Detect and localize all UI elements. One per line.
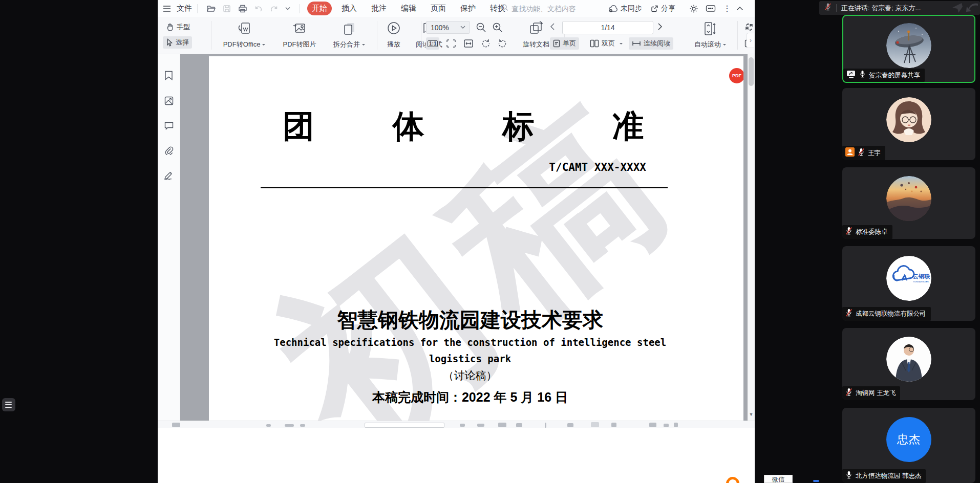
tab-home[interactable]: 开始 bbox=[307, 2, 332, 15]
mic-muted-icon bbox=[845, 309, 853, 319]
participant-name-bar: 贺宗春的屏幕共享 bbox=[843, 69, 925, 82]
save-icon[interactable] bbox=[223, 5, 231, 13]
pdf-to-image-button[interactable]: PDF转图片 bbox=[278, 19, 322, 52]
redo-icon[interactable] bbox=[270, 5, 278, 12]
avatar bbox=[886, 23, 931, 68]
pdf-to-office-button[interactable]: PDF转Office bbox=[215, 19, 273, 52]
divider bbox=[197, 4, 198, 13]
mic-muted-icon bbox=[858, 148, 865, 159]
hamburger-icon[interactable] bbox=[163, 5, 171, 12]
document-title: 智慧钢铁物流园建设技术要求 bbox=[209, 306, 731, 334]
select-tool-button[interactable]: 选择 bbox=[163, 36, 192, 49]
fit-page-button[interactable] bbox=[444, 37, 458, 50]
scrollbar-thumb[interactable] bbox=[749, 57, 754, 86]
prev-page-button[interactable] bbox=[550, 23, 555, 32]
next-page-button[interactable] bbox=[657, 23, 663, 32]
rotate-left-icon[interactable] bbox=[479, 37, 493, 50]
participant-tile[interactable]: 贺宗春的屏幕共享 bbox=[842, 15, 975, 83]
file-menu[interactable]: 文件 bbox=[177, 4, 192, 13]
search-icon bbox=[501, 4, 508, 13]
word-translate-button[interactable]: 划词 bbox=[741, 21, 755, 33]
participant-name: 王宇 bbox=[868, 149, 881, 158]
zoom-out-button[interactable] bbox=[474, 21, 488, 34]
sync-status[interactable]: 未同步 bbox=[608, 0, 642, 17]
scrollbar-down-arrow[interactable]: ▼ bbox=[749, 411, 754, 418]
participant-tile[interactable]: 淘钢网 王龙飞 bbox=[842, 328, 975, 400]
avatar bbox=[886, 97, 931, 142]
taskbar-list-icon[interactable] bbox=[2, 398, 15, 411]
share-label: 分享 bbox=[661, 4, 675, 13]
feedback-comment-icon[interactable] bbox=[706, 0, 716, 17]
participant-tile[interactable]: 标准委陈卓 bbox=[842, 167, 975, 239]
actual-size-button[interactable]: 1:1 bbox=[426, 37, 439, 50]
signature-icon[interactable] bbox=[164, 171, 174, 182]
participant-name: 标准委陈卓 bbox=[856, 228, 888, 236]
auto-scroll-icon bbox=[702, 20, 718, 37]
wechat-tooltip: 微信 bbox=[764, 475, 793, 483]
single-page-button[interactable]: 单页 bbox=[550, 37, 579, 50]
images-icon[interactable] bbox=[164, 96, 174, 107]
more-commands-chevron-icon[interactable] bbox=[285, 7, 290, 11]
divider bbox=[836, 4, 837, 12]
tab-protect[interactable]: 保护 bbox=[456, 2, 480, 15]
participant-name-bar: 王宇 bbox=[842, 146, 885, 160]
participant-name: 北方恒达物流园 韩忠杰 bbox=[856, 472, 921, 480]
play-button[interactable]: 播放 bbox=[382, 19, 406, 52]
rotate-right-icon[interactable] bbox=[496, 37, 509, 50]
share-button[interactable]: 分享 bbox=[650, 0, 675, 17]
translate-swap-icon bbox=[744, 23, 754, 31]
pdf-to-office-icon bbox=[236, 20, 252, 37]
open-folder-icon[interactable] bbox=[206, 5, 216, 13]
app-bottom-bar bbox=[158, 421, 755, 428]
svg-text:YUNGANGLIAN: YUNGANGLIAN bbox=[913, 280, 928, 283]
more-menu-icon[interactable]: ⋮ bbox=[723, 0, 731, 17]
bookmarks-icon[interactable] bbox=[164, 71, 173, 82]
participant-tile[interactable]: 忠杰 北方恒达物流园 韩忠杰 bbox=[842, 408, 975, 483]
participant-name-bar: 标准委陈卓 bbox=[842, 225, 892, 239]
participant-name: 成都云钢联物流有限公司 bbox=[856, 310, 926, 318]
participant-tile[interactable]: 王宇 bbox=[842, 88, 975, 160]
banner-arrows[interactable] bbox=[948, 2, 979, 14]
collapse-toolbar-icon[interactable] bbox=[736, 0, 743, 17]
participant-name: 贺宗春的屏幕共享 bbox=[869, 71, 920, 80]
tab-edit[interactable]: 编辑 bbox=[396, 2, 421, 15]
tab-insert[interactable]: 插入 bbox=[337, 2, 361, 15]
cursor-icon bbox=[167, 39, 172, 46]
avatar-initials: 忠杰 bbox=[897, 432, 921, 447]
double-page-button[interactable]: 双页 bbox=[587, 37, 626, 50]
participant-name-bar: 成都云钢联物流有限公司 bbox=[842, 307, 931, 321]
tab-page[interactable]: 页面 bbox=[426, 2, 451, 15]
split-merge-button[interactable]: 拆分合并 bbox=[326, 19, 373, 52]
zoom-level-select[interactable]: 100% bbox=[426, 21, 470, 34]
tab-comment[interactable]: 批注 bbox=[367, 2, 391, 15]
search-input[interactable] bbox=[512, 5, 593, 13]
search-input-wrap bbox=[501, 2, 603, 15]
hand-tool-button[interactable]: 手型 bbox=[163, 21, 193, 33]
document-viewer: 初稿 团 体 标 准 T/CAMT XXX-XXXX 智慧钢铁物流园建设技术要求… bbox=[180, 54, 748, 421]
mic-on-icon bbox=[845, 471, 853, 481]
avatar bbox=[886, 176, 931, 221]
avatar: 忠杰 bbox=[886, 417, 931, 462]
page-indicator-input[interactable] bbox=[562, 21, 653, 34]
divider bbox=[299, 4, 300, 13]
auto-scroll-button[interactable]: 自动滚动 bbox=[687, 19, 733, 52]
attachment-icon[interactable] bbox=[164, 146, 174, 157]
comments-icon[interactable] bbox=[164, 121, 174, 132]
fit-width-button[interactable] bbox=[462, 37, 475, 50]
speaking-banner-text: 正在讲话: 贺宗春; 京东方... bbox=[841, 4, 921, 13]
screen-share-icon bbox=[846, 70, 856, 80]
settings-gear-icon[interactable] bbox=[689, 0, 698, 17]
participant-tile[interactable]: 云钢联 YUNGANGLIAN 成都云钢联物流有限公司 bbox=[842, 246, 975, 321]
print-icon[interactable] bbox=[238, 5, 247, 13]
bottom-search-fragment bbox=[365, 423, 444, 428]
rotate-document-icon bbox=[527, 20, 545, 37]
mic-muted-icon bbox=[845, 388, 853, 399]
hand-icon bbox=[167, 24, 173, 31]
mic-muted-icon[interactable] bbox=[824, 3, 832, 13]
undo-icon[interactable] bbox=[254, 5, 263, 12]
ribbon-expand-button[interactable]: › bbox=[747, 33, 754, 48]
pdf-badge[interactable]: PDF bbox=[729, 68, 743, 83]
zoom-in-button[interactable] bbox=[491, 21, 505, 34]
vertical-scrollbar[interactable]: ▼ bbox=[748, 54, 755, 421]
continuous-reading-button[interactable]: 连续阅读 bbox=[629, 37, 673, 50]
